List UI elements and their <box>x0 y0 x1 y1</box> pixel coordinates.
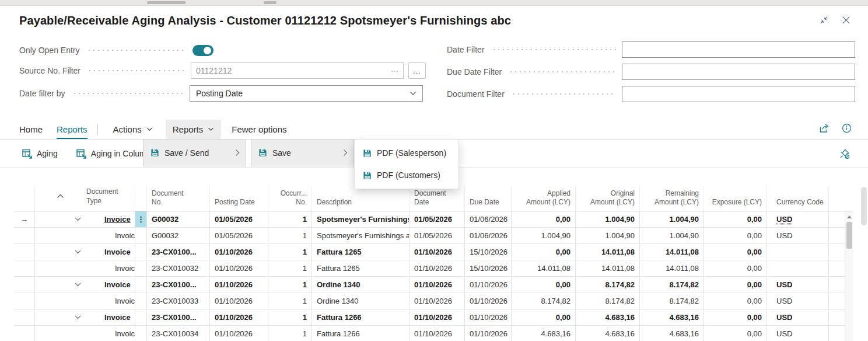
cell-due[interactable]: 01/10/2026 <box>465 293 512 309</box>
col-header-docdate[interactable]: Document Date <box>410 186 465 211</box>
table-row[interactable]: Invoice23-CX01003301/10/20261Ordine 1340… <box>14 293 845 309</box>
col-header-desc[interactable]: Description <box>312 186 410 211</box>
menu-reports-dropdown[interactable]: Reports <box>166 120 222 139</box>
table-row[interactable]: Invoice23-CX01003201/10/20261Fattura 126… <box>14 260 845 277</box>
cell-docno[interactable]: 23-CX010033 <box>147 293 210 309</box>
cell-remaining[interactable]: 8.174,82 <box>640 293 704 309</box>
only-open-entry-toggle[interactable] <box>192 45 214 56</box>
cell-desc[interactable]: Fattura 1266 <box>312 326 410 341</box>
cell-posting[interactable]: 01/10/2026 <box>210 326 268 341</box>
cell-dots[interactable] <box>135 244 147 260</box>
cell-posting[interactable]: 01/10/2026 <box>210 244 268 260</box>
col-header-remaining[interactable]: Remaining Amount (LCY) <box>640 186 704 211</box>
cell-docno[interactable]: 23-CX0100... <box>147 244 210 260</box>
cell-posting[interactable]: 01/10/2026 <box>210 277 268 293</box>
cell-arrow[interactable] <box>14 228 35 243</box>
cell-currency[interactable] <box>767 260 829 276</box>
menu-item-save[interactable]: Save <box>251 139 354 166</box>
cell-desc[interactable]: Fattura 1265 <box>312 260 410 276</box>
unpin-icon[interactable] <box>838 147 850 160</box>
cell-due[interactable]: 01/06/2026 <box>465 228 512 243</box>
date-filter-by-select[interactable]: Posting Date <box>190 85 423 102</box>
cell-exposure[interactable]: 0,00 <box>704 277 767 293</box>
table-row[interactable]: Invoice23-CX0100...01/10/20261Ordine 134… <box>14 277 845 293</box>
cell-doctype[interactable]: Invoice <box>35 309 135 325</box>
cell-applied[interactable]: 8.174,82 <box>512 293 576 309</box>
col-header-doctype[interactable]: Document Type <box>35 186 135 211</box>
cell-exposure[interactable]: 0,00 <box>704 228 767 243</box>
menu-fewer-options[interactable]: Fewer options <box>226 120 292 139</box>
cell-desc[interactable]: Spotsmeyer's Furnishings ab... <box>312 228 410 243</box>
collapse-window-icon[interactable] <box>818 14 830 26</box>
source-no-more-button[interactable]: ... <box>408 62 426 79</box>
cell-doctype[interactable]: Invoice <box>35 277 135 293</box>
source-no-filter-input[interactable] <box>191 62 404 79</box>
cell-docno[interactable]: G00032 <box>147 211 210 227</box>
cell-original[interactable]: 4.683,16 <box>576 326 640 341</box>
cell-arrow[interactable] <box>14 244 35 260</box>
due-date-filter-input[interactable] <box>622 64 855 80</box>
cell-remaining[interactable]: 8.174,82 <box>640 277 704 293</box>
cell-docdate[interactable]: 01/05/2026 <box>410 211 465 227</box>
cell-original[interactable]: 1.004,90 <box>576 211 640 227</box>
cell-applied[interactable]: 0,00 <box>512 211 576 227</box>
cell-posting[interactable]: 01/10/2026 <box>210 260 268 276</box>
cell-currency[interactable]: USD <box>767 293 829 309</box>
expand-row-icon[interactable] <box>75 250 81 254</box>
cell-original[interactable]: 4.683,16 <box>576 309 640 325</box>
scrollbar-thumb[interactable] <box>846 222 852 249</box>
cell-due[interactable]: 01/10/2026 <box>465 277 512 293</box>
close-icon[interactable] <box>840 14 852 26</box>
cell-applied[interactable]: 14.011,08 <box>512 260 576 276</box>
cell-occur[interactable]: 1 <box>268 228 312 243</box>
cell-remaining[interactable]: 4.683,16 <box>640 309 704 325</box>
col-header-original[interactable]: Original Amount (LCY) <box>576 186 640 211</box>
cell-dots[interactable] <box>135 260 147 276</box>
table-row[interactable]: InvoiceG0003201/05/20261Spotsmeyer's Fur… <box>14 228 845 244</box>
cell-occur[interactable]: 1 <box>268 326 312 341</box>
currency-code-link[interactable]: USD <box>776 215 792 224</box>
cell-currency[interactable]: USD <box>767 277 829 293</box>
table-row[interactable]: Invoice23-CX01003401/10/20261Fattura 126… <box>14 326 845 341</box>
cell-occur[interactable]: 1 <box>268 277 312 293</box>
cell-occur[interactable]: 1 <box>268 211 312 227</box>
cell-doctype[interactable]: Invoice <box>35 228 135 243</box>
cell-docno[interactable]: G00032 <box>147 228 210 243</box>
cell-original[interactable]: 8.174,82 <box>576 277 640 293</box>
cell-due[interactable]: 01/10/2026 <box>465 326 512 341</box>
cell-occur[interactable]: 1 <box>268 260 312 276</box>
cell-currency[interactable]: USD <box>767 309 829 325</box>
scroll-up-arrow-icon[interactable] <box>847 215 852 218</box>
cell-remaining[interactable]: 1.004,90 <box>640 211 704 227</box>
aging-button[interactable]: Aging <box>22 149 58 159</box>
cell-exposure[interactable]: 0,00 <box>704 293 767 309</box>
col-header-docno[interactable]: Document No. <box>147 186 210 211</box>
share-icon[interactable] <box>818 121 831 134</box>
cell-desc[interactable]: Ordine 1340 <box>312 277 410 293</box>
col-header-exposure[interactable]: Exposure (LCY) <box>704 186 767 211</box>
cell-occur[interactable]: 1 <box>268 244 312 260</box>
cell-original[interactable]: 14.011,08 <box>576 260 640 276</box>
expand-row-icon[interactable] <box>75 315 81 319</box>
cell-desc[interactable]: Ordine 1340 <box>312 293 410 309</box>
cell-docdate[interactable]: 01/10/2026 <box>410 260 465 276</box>
cell-docno[interactable]: 23-CX0100... <box>147 277 210 293</box>
col-header-due[interactable]: Due Date <box>465 186 512 211</box>
cell-desc[interactable]: Fattura 1266 <box>312 309 410 325</box>
col-header-applied[interactable]: Applied Amount (LCY) <box>512 186 576 211</box>
cell-applied[interactable]: 1.004,90 <box>512 228 576 243</box>
table-row[interactable]: Invoice23-CX0100...01/10/20261Fattura 12… <box>14 309 845 326</box>
cell-dots[interactable] <box>135 277 147 293</box>
cell-doctype[interactable]: Invoice <box>35 260 135 276</box>
cell-original[interactable]: 8.174,82 <box>576 293 640 309</box>
cell-dots[interactable] <box>135 326 147 341</box>
cell-docdate[interactable]: 01/10/2026 <box>410 309 465 325</box>
cell-applied[interactable]: 0,00 <box>512 309 576 325</box>
cell-arrow[interactable] <box>14 293 35 309</box>
date-filter-input[interactable] <box>622 41 855 58</box>
cell-docno[interactable]: 23-CX0100... <box>147 309 210 325</box>
cell-docdate[interactable]: 01/05/2026 <box>410 228 465 243</box>
cell-applied[interactable]: 4.683,16 <box>512 326 576 341</box>
cell-original[interactable]: 14.011,08 <box>576 244 640 260</box>
menu-actions[interactable]: Actions <box>108 120 158 139</box>
